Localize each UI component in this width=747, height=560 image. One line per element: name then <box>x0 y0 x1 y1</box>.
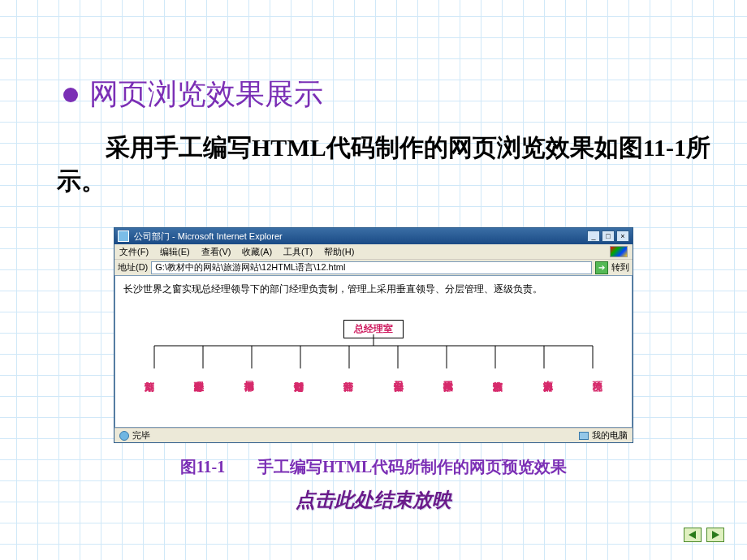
status-bar: 完毕 我的电脑 <box>114 428 633 442</box>
menu-favorites[interactable]: 收藏(A) <box>242 246 272 258</box>
menu-help[interactable]: 帮助(H) <box>324 246 354 258</box>
my-computer-icon <box>579 432 589 440</box>
slide-paragraph: 采用手工编写HTML代码制作的网页浏览效果如图11-1所示。 <box>57 131 715 197</box>
minimize-button[interactable]: _ <box>587 230 600 242</box>
go-button-icon[interactable]: ➔ <box>595 261 608 274</box>
svg-marker-12 <box>689 531 696 539</box>
address-input[interactable]: G:\教材中的网站\旅游网站\12HTML语言\12.html <box>151 261 592 274</box>
ie-window: 公司部门 - Microsoft Internet Explorer _ □ ×… <box>114 227 633 443</box>
titlebar[interactable]: 公司部门 - Microsoft Internet Explorer _ □ × <box>114 228 633 244</box>
bullet-icon <box>63 88 78 102</box>
menu-view[interactable]: 查看(V) <box>201 246 231 258</box>
page-content: 长沙世界之窗实现总经理领导下的部门经理负责制，管理上采用垂直领导、分层管理、逐级… <box>114 275 633 428</box>
menu-file[interactable]: 文件(F) <box>119 246 149 258</box>
intro-text: 长沙世界之窗实现总经理领导下的部门经理负责制，管理上采用垂直领导、分层管理、逐级… <box>123 282 624 296</box>
window-title: 公司部门 - Microsoft Internet Explorer <box>134 230 283 243</box>
go-label[interactable]: 转到 <box>611 261 629 274</box>
menubar: 文件(F) 编辑(E) 查看(V) 收藏(A) 工具(T) 帮助(H) <box>114 244 633 259</box>
close-button[interactable]: × <box>616 230 629 242</box>
prev-slide-button[interactable] <box>684 528 702 542</box>
slide-title: 网页浏览效果展示 <box>89 75 323 114</box>
status-text: 完毕 <box>132 429 150 442</box>
globe-icon <box>119 431 129 441</box>
svg-marker-13 <box>712 531 719 539</box>
menu-tools[interactable]: 工具(T) <box>283 246 313 258</box>
status-zone: 我的电脑 <box>592 429 628 442</box>
org-tree-lines <box>143 334 604 375</box>
ie-logo-icon <box>118 230 129 242</box>
windows-flag-icon <box>610 246 628 257</box>
address-bar: 地址(D) G:\教材中的网站\旅游网站\12HTML语言\12.html ➔ … <box>114 259 633 275</box>
figure-caption: 图11-1 手工编写HTML代码所制作的网页预览效果 <box>0 456 747 478</box>
maximize-button[interactable]: □ <box>602 230 615 242</box>
end-slideshow-link[interactable]: 点击此处结束放映 <box>0 487 747 513</box>
menu-edit[interactable]: 编辑(E) <box>160 246 190 258</box>
address-label: 地址(D) <box>118 261 148 274</box>
next-slide-button[interactable] <box>706 528 724 542</box>
